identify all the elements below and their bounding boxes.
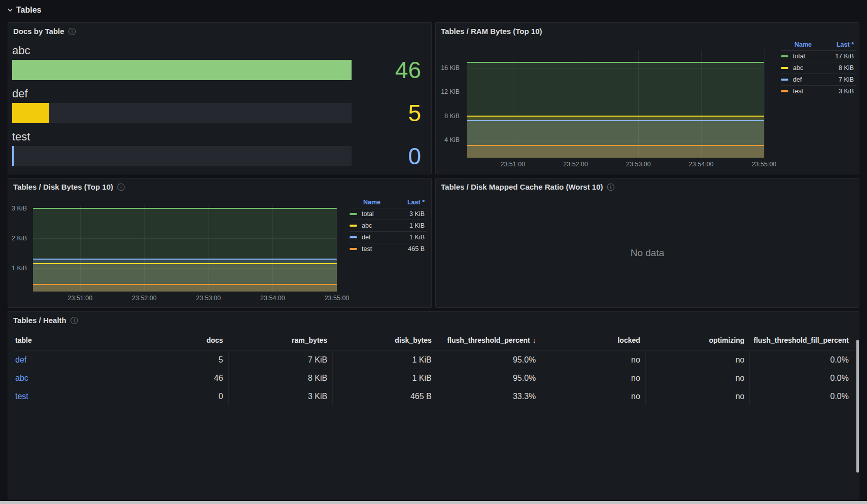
series-fill bbox=[33, 284, 337, 292]
column-header-table[interactable]: table bbox=[14, 333, 124, 350]
column-header-locked[interactable]: locked bbox=[541, 333, 645, 350]
series-swatch bbox=[350, 213, 357, 215]
plot-area[interactable] bbox=[33, 205, 337, 292]
sort-desc-icon: ↓ bbox=[533, 337, 536, 344]
y-axis-label: 8 KiB bbox=[444, 113, 460, 120]
legend-series-name[interactable]: test bbox=[793, 88, 803, 95]
info-icon[interactable]: ⓘ bbox=[71, 316, 78, 324]
legend-row: test 465 B bbox=[350, 243, 427, 255]
legend-row: test 3 KiB bbox=[781, 85, 856, 97]
cell-disk-bytes: 1 KiB bbox=[332, 350, 437, 369]
bar-track bbox=[12, 103, 352, 123]
legend-series-last: 465 B bbox=[372, 245, 427, 253]
cell-locked: no bbox=[541, 350, 645, 369]
chart-legend: Name Last * total 3 KiB abc 1 KiB def 1 … bbox=[350, 197, 427, 255]
series-swatch bbox=[781, 79, 788, 81]
info-icon[interactable]: ⓘ bbox=[68, 27, 76, 35]
column-header-disk-bytes[interactable]: disk_bytes bbox=[332, 333, 437, 350]
series-line bbox=[467, 62, 764, 63]
info-icon[interactable]: ⓘ bbox=[607, 183, 615, 191]
series-swatch bbox=[350, 225, 357, 227]
column-header-ram-bytes[interactable]: ram_bytes bbox=[228, 333, 333, 350]
no-data-message: No data bbox=[436, 199, 859, 307]
y-axis-label: 1 KiB bbox=[12, 265, 27, 272]
x-axis-label: 23:54:00 bbox=[260, 295, 285, 302]
horizontal-scrollbar[interactable] bbox=[0, 501, 867, 504]
cell-docs: 5 bbox=[124, 350, 228, 369]
cell-ram-bytes: 7 KiB bbox=[228, 350, 333, 369]
series-swatch bbox=[781, 90, 788, 92]
bar-label: abc bbox=[12, 44, 430, 57]
column-header-flush-threshold-fill-percent[interactable]: flush_threshold_fill_percent bbox=[749, 333, 854, 350]
legend-series-last: 1 KiB bbox=[370, 234, 427, 241]
legend-row: abc 8 KiB bbox=[781, 62, 856, 74]
panel-header: Tables / Health ⓘ bbox=[8, 312, 859, 328]
legend-series-name[interactable]: def bbox=[793, 76, 802, 83]
y-axis-label: 12 KiB bbox=[441, 88, 460, 95]
cell-optimizing: no bbox=[645, 369, 750, 387]
legend-series-last: 8 KiB bbox=[803, 64, 856, 71]
y-axis-label: 2 KiB bbox=[12, 235, 27, 242]
legend-series-name[interactable]: abc bbox=[793, 64, 803, 71]
y-axis-label: 16 KiB bbox=[441, 64, 460, 71]
bar-track bbox=[12, 60, 352, 80]
column-header-docs[interactable]: docs bbox=[124, 333, 228, 350]
legend-row: total 17 KiB bbox=[781, 50, 856, 62]
cell-docs: 46 bbox=[124, 369, 228, 387]
x-axis-label: 23:53:00 bbox=[196, 295, 221, 302]
panel-cache-ratio: Tables / Disk Mapped Cache Ratio (Worst … bbox=[435, 178, 859, 308]
legend-name-header[interactable]: Name bbox=[794, 41, 812, 48]
x-axis-label: 23:54:00 bbox=[689, 161, 714, 168]
timeseries-chart: 4 KiB8 KiB12 KiB16 KiB 23:51:0023:52:002… bbox=[436, 23, 859, 174]
legend-series-name[interactable]: def bbox=[362, 234, 370, 241]
bar-gauge-row: abc 46 bbox=[12, 44, 430, 80]
legend-series-last: 17 KiB bbox=[805, 53, 856, 60]
y-axis: 1 KiB2 KiB3 KiB bbox=[8, 205, 30, 292]
legend-series-last: 7 KiB bbox=[802, 76, 856, 83]
x-axis-label: 23:55:00 bbox=[325, 295, 350, 302]
panel-header: Tables / Disk Mapped Cache Ratio (Worst … bbox=[436, 178, 859, 195]
cell-locked: no bbox=[541, 387, 645, 405]
y-axis: 4 KiB8 KiB12 KiB16 KiB bbox=[436, 50, 463, 158]
panel-ram-bytes: Tables / RAM Bytes (Top 10) 4 KiB8 KiB12… bbox=[435, 22, 859, 174]
panel-title[interactable]: Tables / Health bbox=[13, 316, 66, 325]
table-row: test 0 3 KiB 465 B 33.3% no no 0.0% bbox=[14, 387, 854, 405]
legend-last-header[interactable]: Last * bbox=[380, 199, 427, 206]
legend-last-header[interactable]: Last * bbox=[812, 41, 856, 48]
legend-series-name[interactable]: total bbox=[793, 53, 805, 60]
timeseries-chart: 1 KiB2 KiB3 KiB 23:51:0023:52:0023:53:00… bbox=[8, 178, 431, 307]
health-table-header: table docs ram_bytes disk_bytes flush_th… bbox=[14, 333, 854, 350]
vertical-scrollbar-thumb[interactable] bbox=[856, 340, 859, 473]
panel-title[interactable]: Docs by Table bbox=[13, 27, 64, 35]
bar-value: 0 bbox=[352, 146, 430, 166]
table-link[interactable]: test bbox=[15, 392, 28, 401]
series-swatch bbox=[781, 67, 788, 69]
cell-ram-bytes: 8 KiB bbox=[228, 369, 333, 387]
cell-flush-threshold-percent: 95.0% bbox=[437, 350, 541, 369]
series-fill bbox=[467, 146, 764, 158]
cell-optimizing: no bbox=[645, 350, 750, 369]
legend-name-header[interactable]: Name bbox=[363, 199, 380, 206]
cell-ram-bytes: 3 KiB bbox=[228, 387, 333, 405]
row-header-tables[interactable]: Tables bbox=[7, 4, 42, 16]
bar-gauge-row: def 5 bbox=[12, 87, 430, 123]
series-line bbox=[467, 120, 764, 121]
column-header-flush-threshold-percent[interactable]: flush_threshold_percent↓ bbox=[437, 333, 541, 350]
legend-row: def 7 KiB bbox=[781, 74, 856, 85]
cell-disk-bytes: 1 KiB bbox=[332, 369, 437, 387]
table-link[interactable]: def bbox=[15, 355, 26, 365]
chart-legend: Name Last * total 17 KiB abc 8 KiB def 7… bbox=[781, 39, 856, 97]
table-link[interactable]: abc bbox=[15, 374, 28, 383]
panel-title[interactable]: Tables / Disk Mapped Cache Ratio (Worst … bbox=[441, 183, 603, 191]
series-swatch bbox=[350, 248, 357, 250]
plot-area[interactable] bbox=[467, 50, 764, 158]
legend-series-name[interactable]: total bbox=[362, 210, 374, 218]
series-line bbox=[33, 284, 337, 285]
column-header-optimizing[interactable]: optimizing bbox=[645, 333, 750, 350]
legend-series-name[interactable]: abc bbox=[362, 222, 372, 229]
legend-series-name[interactable]: test bbox=[362, 245, 372, 253]
bar-gauge-row: test 0 bbox=[12, 130, 430, 166]
cell-docs: 0 bbox=[124, 387, 228, 405]
y-axis-label: 3 KiB bbox=[12, 205, 27, 212]
cell-flush-threshold-percent: 95.0% bbox=[437, 369, 541, 387]
